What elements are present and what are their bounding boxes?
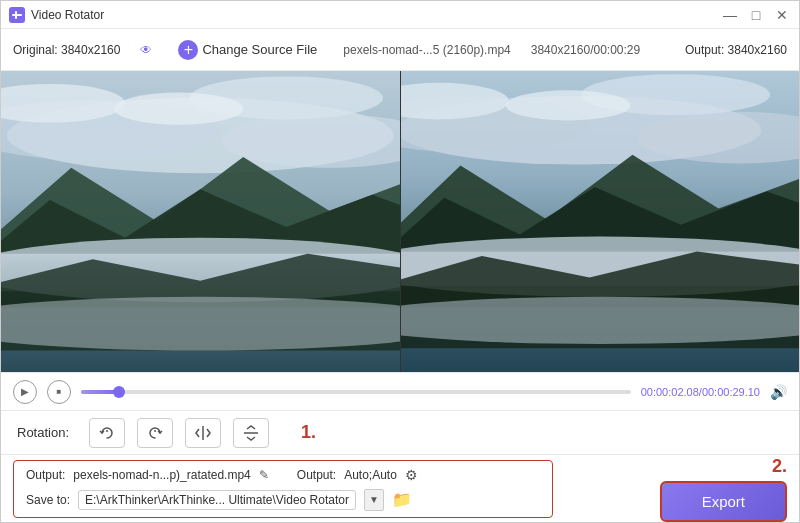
step-1-label: 1.: [301, 422, 316, 443]
output-settings-box: Output: pexels-nomad-n...p)_ratated.mp4 …: [13, 460, 553, 518]
time-display: 00:00:02.08/00:00:29.10: [641, 386, 760, 398]
path-dropdown-button[interactable]: ▼: [364, 489, 384, 511]
save-path-display: E:\ArkThinker\ArkThinke... Ultimate\Vide…: [78, 490, 356, 510]
close-button[interactable]: ✕: [773, 6, 791, 24]
volume-icon[interactable]: 🔊: [770, 384, 787, 400]
play-button[interactable]: ▶: [13, 380, 37, 404]
output-file-label: Output:: [26, 468, 65, 482]
window-controls: — □ ✕: [721, 6, 791, 24]
progress-bar[interactable]: [81, 390, 631, 394]
output-settings-icon[interactable]: ⚙: [405, 467, 418, 483]
svg-point-27: [505, 90, 630, 120]
open-folder-icon[interactable]: 📁: [392, 490, 412, 509]
app-icon: [9, 7, 25, 23]
export-button[interactable]: Export: [660, 481, 787, 522]
progress-thumb[interactable]: [113, 386, 125, 398]
change-source-button[interactable]: + Change Source File: [172, 36, 323, 64]
file-details: 3840x2160/00:00:29: [531, 43, 640, 57]
output-file-name: pexels-nomad-n...p)_ratated.mp4: [73, 468, 250, 482]
app-title: Video Rotator: [31, 8, 104, 22]
edit-filename-icon[interactable]: ✎: [259, 468, 269, 482]
video-area: [1, 71, 799, 372]
rotate-right-90-button[interactable]: [137, 418, 173, 448]
minimize-button[interactable]: —: [721, 6, 739, 24]
output-type-value: Auto;Auto: [344, 468, 397, 482]
app-window: Video Rotator — □ ✕ Original: 3840x2160 …: [0, 0, 800, 523]
rotation-bar: Rotation:: [1, 410, 799, 454]
flip-horizontal-button[interactable]: [185, 418, 221, 448]
rotation-label: Rotation:: [17, 425, 69, 440]
video-pane-left: [1, 71, 400, 372]
rotate-left-90-button[interactable]: [89, 418, 125, 448]
video-pane-right: [400, 71, 800, 372]
current-time: 00:00:02.08: [641, 386, 699, 398]
output-file-row: Output: pexels-nomad-n...p)_ratated.mp4 …: [26, 467, 540, 483]
svg-point-24: [401, 297, 800, 344]
svg-point-14: [114, 93, 243, 125]
file-name: pexels-nomad-...5 (2160p).mp4: [343, 43, 510, 57]
title-bar: Video Rotator — □ ✕: [1, 1, 799, 29]
svg-point-11: [1, 297, 400, 351]
output-info: Output: 3840x2160: [685, 43, 787, 57]
change-source-label: Change Source File: [202, 42, 317, 57]
original-label: Original: 3840x2160: [13, 43, 120, 57]
output-type-label: Output:: [297, 468, 336, 482]
toolbar: Original: 3840x2160 👁 + Change Source Fi…: [1, 29, 799, 71]
total-time: 00:00:29.10: [702, 386, 760, 398]
controls-bar: ▶ ■ 00:00:02.08/00:00:29.10 🔊: [1, 372, 799, 410]
stop-button[interactable]: ■: [47, 380, 71, 404]
title-bar-left: Video Rotator: [9, 7, 104, 23]
output-bar: Output: pexels-nomad-n...p)_ratated.mp4 …: [1, 454, 799, 522]
saveto-label: Save to:: [26, 493, 70, 507]
flip-vertical-button[interactable]: [233, 418, 269, 448]
save-to-row: Save to: E:\ArkThinker\ArkThinke... Ulti…: [26, 489, 540, 511]
svg-rect-1: [15, 11, 17, 19]
step-2-label: 2.: [772, 456, 787, 477]
export-section: 2. Export: [660, 456, 787, 522]
eye-button[interactable]: 👁: [132, 36, 160, 64]
plus-icon: +: [178, 40, 198, 60]
maximize-button[interactable]: □: [747, 6, 765, 24]
